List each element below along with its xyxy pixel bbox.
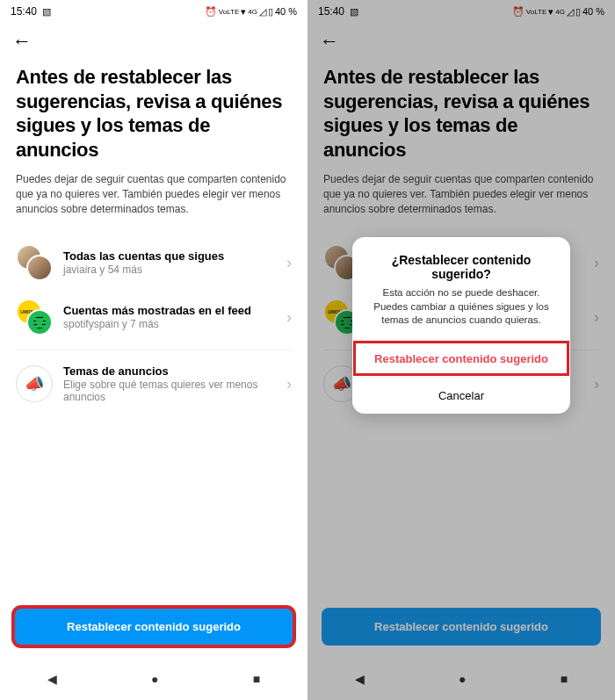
wifi-icon: ▾: [548, 6, 554, 18]
signal-icon: ◿: [567, 6, 574, 18]
volte-icon: VoLTE: [219, 8, 239, 16]
wifi-icon: ▾: [241, 6, 246, 18]
volte-icon: VoLTE: [526, 8, 546, 16]
avatar-stack-icon: [16, 244, 53, 281]
chevron-right-icon: ›: [594, 308, 599, 327]
signal-4g-icon: 4G: [555, 8, 565, 16]
status-app-icon: ▧: [350, 6, 358, 18]
nav-recent-icon[interactable]: ■: [253, 672, 260, 686]
nav-recent-icon[interactable]: ■: [561, 672, 568, 686]
battery-pct: 40 %: [275, 6, 297, 17]
modal-title: ¿Restablecer contenido sugerido?: [368, 253, 554, 281]
chevron-right-icon: ›: [594, 254, 599, 272]
divider: [16, 350, 292, 350]
reset-suggestions-button[interactable]: Restablecer contenido sugerido: [322, 608, 601, 646]
row-sub: javiaira y 54 más: [63, 263, 276, 276]
chevron-right-icon: ›: [594, 375, 599, 393]
nav-home-icon[interactable]: ●: [459, 672, 466, 686]
battery-icon: ▯: [268, 6, 273, 18]
megaphone-icon: 📣: [16, 365, 53, 402]
row-feed-accounts[interactable]: Cuentas más mostradas en el feed spotify…: [16, 290, 292, 344]
alarm-icon: ⏰: [205, 6, 217, 18]
chevron-right-icon: ›: [286, 308, 292, 327]
android-nav-bar: ◀ ● ■: [308, 663, 615, 700]
row-title: Temas de anuncios: [63, 364, 276, 378]
status-time: 15:40: [11, 5, 37, 18]
row-title: Cuentas más mostradas en el feed: [63, 304, 276, 317]
alarm-icon: ⏰: [512, 6, 525, 18]
page-title: Antes de restablecer las sugerencias, re…: [323, 65, 599, 162]
row-followed-accounts[interactable]: Todas las cuentas que sigues javiaira y …: [16, 235, 292, 290]
back-button[interactable]: ←: [320, 30, 344, 53]
row-sub: spotifyspain y 7 más: [63, 318, 276, 330]
reset-suggestions-button[interactable]: Restablecer contenido sugerido: [14, 608, 293, 646]
row-ad-topics[interactable]: 📣 Temas de anuncios Elige sobre qué tema…: [16, 356, 292, 412]
modal-cancel-button[interactable]: Cancelar: [352, 377, 570, 414]
nav-home-icon[interactable]: ●: [151, 672, 158, 686]
status-app-icon: ▧: [42, 6, 51, 18]
battery-pct: 40 %: [582, 6, 604, 17]
page-title: Antes de restablecer las sugerencias, re…: [16, 65, 292, 162]
signal-icon: ◿: [259, 6, 266, 18]
row-sub: Elige sobre qué temas quieres ver menos …: [63, 379, 276, 403]
status-bar: 15:40 ▧ ⏰ VoLTE ▾ 4G ◿ ▯ 40 %: [0, 0, 308, 23]
status-time: 15:40: [318, 5, 344, 18]
confirm-reset-modal: ¿Restablecer contenido sugerido? Esta ac…: [352, 237, 570, 414]
modal-text: Esta acción no se puede deshacer. Puedes…: [368, 286, 554, 328]
back-button[interactable]: ←: [12, 30, 37, 53]
page-subtitle: Puedes dejar de seguir cuentas que compa…: [323, 172, 599, 216]
page-subtitle: Puedes dejar de seguir cuentas que compa…: [16, 172, 292, 216]
modal-confirm-button[interactable]: Restablecer contenido sugerido: [352, 340, 570, 377]
nav-back-icon[interactable]: ◀: [355, 672, 365, 686]
chevron-right-icon: ›: [286, 375, 292, 393]
row-title: Todas las cuentas que sigues: [63, 249, 276, 263]
android-nav-bar: ◀ ● ■: [0, 663, 308, 700]
status-bar: 15:40 ▧ ⏰ VoLTE ▾ 4G ◿ ▯ 40 %: [308, 0, 615, 23]
nav-back-icon[interactable]: ◀: [47, 672, 57, 686]
avatar-stack-icon: [16, 299, 53, 336]
battery-icon: ▯: [575, 6, 581, 18]
chevron-right-icon: ›: [286, 254, 292, 272]
signal-4g-icon: 4G: [248, 8, 257, 16]
